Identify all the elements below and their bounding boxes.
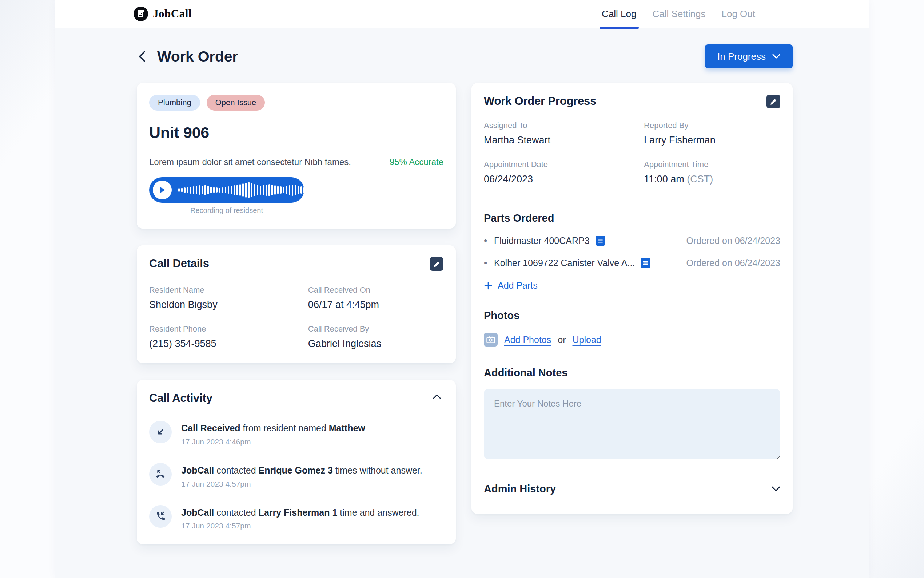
bullet: • xyxy=(484,257,494,269)
call-details-card: Call Details Resident Name Sheldon Bigsb… xyxy=(137,245,456,363)
field-call-received-by: Call Received By Gabriel Inglesias xyxy=(308,324,443,349)
issue-description: Lorem ipsum dolor sit amet consectetur N… xyxy=(149,157,351,167)
chevron-up-icon xyxy=(432,394,441,399)
field-value: 06/17 at 4:45pm xyxy=(308,299,443,310)
recording-caption: Recording of residsent xyxy=(149,206,304,215)
part-name: Kolher 1069722 Canister Valve A... xyxy=(494,258,635,268)
call-details-title: Call Details xyxy=(149,257,209,270)
field-label: Reported By xyxy=(644,121,780,130)
activity-text: JobCall contacted Enrique Gomez 3 times … xyxy=(181,463,422,477)
answered-call-icon xyxy=(149,505,172,528)
audio-player[interactable] xyxy=(149,177,304,203)
field-resident-name: Resident Name Sheldon Bigsby xyxy=(149,285,308,310)
edit-progress-button[interactable] xyxy=(767,95,780,109)
chevron-down-icon xyxy=(772,486,780,492)
add-parts-button[interactable]: Add Parts xyxy=(484,280,538,291)
field-value: 11:00 am (CST) xyxy=(644,174,780,185)
nav-links: Call Log Call Settings Log Out xyxy=(602,0,755,28)
brand-logo[interactable]: JobCall xyxy=(133,6,192,21)
activity-timestamp: 17 Jun 2023 4:57pm xyxy=(181,480,422,489)
field-value: 06/24/2023 xyxy=(484,174,644,185)
activity-timestamp: 17 Jun 2023 4:57pm xyxy=(181,521,419,530)
part-row: •Kolher 1069722 Canister Valve A...Order… xyxy=(484,257,780,269)
activity-item: JobCall contacted Larry Fisherman 1 time… xyxy=(149,505,443,531)
field-reported-by: Reported By Larry Fisherman xyxy=(644,121,780,146)
plus-icon xyxy=(484,281,492,290)
field-label: Call Received On xyxy=(308,285,443,295)
field-value: Gabriel Inglesias xyxy=(308,338,443,349)
field-call-received-on: Call Received On 06/17 at 4:45pm xyxy=(308,285,443,310)
add-photos-link[interactable]: Add Photos xyxy=(504,334,551,345)
part-row: •Fluidmaster 400CARP3Ordered on 06/24/20… xyxy=(484,235,780,247)
call-activity-card: Call Activity Call Received from residen… xyxy=(137,380,456,544)
upload-link[interactable]: Upload xyxy=(573,334,601,345)
field-value: Larry Fisherman xyxy=(644,135,780,146)
progress-title: Work Order Progress xyxy=(484,95,596,108)
part-ordered-date: Ordered on 06/24/2023 xyxy=(686,258,780,268)
field-value: (215) 354-9585 xyxy=(149,338,308,349)
nav-call-settings[interactable]: Call Settings xyxy=(653,0,706,28)
issue-status-badge: Open Issue xyxy=(207,95,265,110)
back-button[interactable] xyxy=(137,50,149,63)
field-label: Call Received By xyxy=(308,324,443,334)
activity-text: JobCall contacted Larry Fisherman 1 time… xyxy=(181,505,419,519)
activity-text: Call Received from resident named Matthe… xyxy=(181,421,365,435)
admin-history-toggle[interactable]: Admin History xyxy=(484,479,780,497)
accuracy-badge: 95% Accurate xyxy=(390,157,443,167)
field-label: Resident Phone xyxy=(149,324,308,334)
section-divider xyxy=(484,198,780,198)
edit-call-details-button[interactable] xyxy=(430,257,443,271)
part-document-icon[interactable] xyxy=(641,258,651,268)
notes-textarea[interactable] xyxy=(484,389,780,459)
work-order-progress-card: Work Order Progress Assigned To Martha S… xyxy=(471,83,793,514)
audio-waveform xyxy=(178,181,317,199)
work-order-summary-card: Plumbing Open Issue Unit 906 Lorem ipsum… xyxy=(137,83,456,229)
jobcall-logo-icon xyxy=(133,6,149,21)
top-navbar: JobCall Call Log Call Settings Log Out xyxy=(55,0,869,28)
collapse-activity-button[interactable] xyxy=(430,392,443,403)
nav-call-log[interactable]: Call Log xyxy=(602,0,636,28)
main-content: Work Order In Progress Plumbing Open Iss… xyxy=(55,28,869,578)
field-appointment-time: Appointment Time 11:00 am (CST) xyxy=(644,160,780,185)
part-document-icon[interactable] xyxy=(596,236,605,246)
additional-notes-heading: Additional Notes xyxy=(484,367,780,379)
admin-history-heading: Admin History xyxy=(484,483,556,495)
field-label: Resident Name xyxy=(149,285,308,295)
parts-list: •Fluidmaster 400CARP3Ordered on 06/24/20… xyxy=(484,235,780,269)
app-window: JobCall Call Log Call Settings Log Out W… xyxy=(55,0,869,578)
field-label: Assigned To xyxy=(484,121,644,130)
brand-name: JobCall xyxy=(153,7,192,20)
page-header: Work Order In Progress xyxy=(137,44,793,68)
call-activity-title: Call Activity xyxy=(149,392,212,405)
activity-list: Call Received from resident named Matthe… xyxy=(149,421,443,530)
activity-item: Call Received from resident named Matthe… xyxy=(149,421,443,446)
part-name: Fluidmaster 400CARP3 xyxy=(494,235,590,246)
activity-timestamp: 17 Jun 2023 4:46pm xyxy=(181,437,365,446)
missed-call-icon xyxy=(149,463,172,485)
field-resident-phone: Resident Phone (215) 354-9585 xyxy=(149,324,308,349)
pencil-icon xyxy=(770,98,777,105)
photos-heading: Photos xyxy=(484,310,780,322)
or-text: or xyxy=(558,334,566,345)
part-ordered-date: Ordered on 06/24/2023 xyxy=(686,235,780,246)
pencil-icon xyxy=(433,261,440,268)
field-value: Sheldon Bigsby xyxy=(149,299,308,310)
status-label: In Progress xyxy=(717,51,766,62)
chevron-left-icon xyxy=(137,50,148,63)
parts-ordered-heading: Parts Ordered xyxy=(484,212,780,224)
field-label: Appointment Date xyxy=(484,160,644,169)
incoming-call-icon xyxy=(149,421,172,443)
status-dropdown-button[interactable]: In Progress xyxy=(705,44,793,68)
field-appointment-date: Appointment Date 06/24/2023 xyxy=(484,160,644,185)
play-button[interactable] xyxy=(153,180,172,200)
play-icon xyxy=(159,186,166,194)
field-value: Martha Stewart xyxy=(484,135,644,146)
camera-icon xyxy=(484,333,498,346)
chevron-down-icon xyxy=(772,54,780,59)
add-parts-label: Add Parts xyxy=(498,280,538,291)
bullet: • xyxy=(484,235,494,247)
field-label: Appointment Time xyxy=(644,160,780,169)
category-badge: Plumbing xyxy=(149,95,200,110)
nav-log-out[interactable]: Log Out xyxy=(722,0,755,28)
timezone-suffix: (CST) xyxy=(687,174,713,185)
